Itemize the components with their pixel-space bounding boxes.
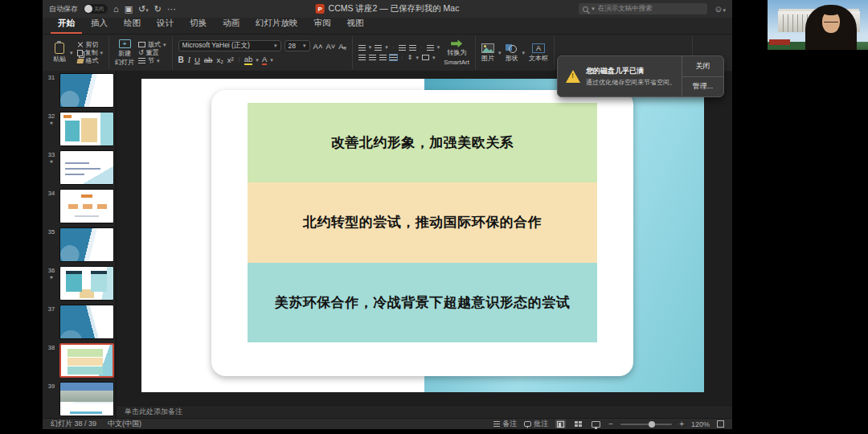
format-painter-button[interactable]: 格式 [77,58,104,64]
strikethrough-button[interactable]: ab [204,55,213,64]
copy-button[interactable]: 复制 ▾ [77,50,104,56]
font-size-select[interactable]: 28 ▾ [285,40,310,51]
ribbon-tab-1[interactable]: 插入 [84,15,115,34]
numbering-icon[interactable] [375,45,382,51]
slide-text-box-3[interactable]: 美苏环保合作，冷战背景下超越意识形态的尝试 [248,263,597,342]
slide-sorter-view-button[interactable] [573,420,583,428]
smartart-button[interactable]: 转换为 SmartArt [444,39,469,65]
slide-thumbnail-39[interactable] [59,382,114,416]
ribbon-tab-4[interactable]: 切换 [182,15,214,34]
copy-icon [77,50,83,56]
autosave-toggle[interactable]: 关闭 [84,4,108,14]
shapes-caret-icon[interactable]: ▾ [522,50,525,56]
slide-canvas: 改善北约形象，加强美欧关系北约转型的尝试，推动国际环保的合作美苏环保合作，冷战背… [141,79,704,392]
redo-icon[interactable]: ↻ [154,5,162,14]
subscript-button[interactable]: x₂ [216,55,223,64]
language-indicator[interactable]: 中文(中国) [108,419,141,429]
search-input[interactable]: ▾ 在演示文稿中搜索 [579,3,707,14]
align-right-icon[interactable] [379,55,387,60]
highlight-caret-icon[interactable]: ▾ [256,57,259,63]
slide-thumbnail-32[interactable] [59,112,114,146]
reset-button[interactable]: ↺ 重置 [138,50,166,56]
notes-placeholder: 单击此处添加备注 [125,407,182,417]
increase-indent-icon[interactable] [409,45,416,51]
autosave-label: 自动保存 [49,4,78,14]
text-direction-button[interactable]: ⇕ [407,54,413,61]
slideshow-view-button[interactable] [591,420,601,428]
clear-format-button[interactable]: A̶ₓ [338,42,346,51]
font-name-select[interactable]: Microsoft YaHei (正文) ▾ [178,40,281,51]
font-color-caret-icon[interactable]: ▾ [270,57,273,63]
bold-button[interactable]: B [178,55,184,64]
zoom-out-button[interactable]: − [608,420,613,428]
animation-star-icon: ★ [49,121,53,125]
columns-icon[interactable] [422,55,429,60]
font-color-button[interactable]: A [262,55,267,65]
superscript-button[interactable]: x² [227,55,234,64]
bullets-icon[interactable] [358,45,366,51]
home-icon[interactable]: ⌂ [113,5,119,14]
align-left-icon[interactable] [358,55,366,60]
ribbon-tab-7[interactable]: 审阅 [307,15,338,34]
slide-thumbnail-36[interactable] [59,266,114,301]
thumbnail-item-36: 36★ [46,266,115,301]
ribbon-tab-row: 开始插入绘图设计切换动画幻灯片放映审阅视图 [43,18,732,34]
slide-thumbnail-38[interactable] [59,343,114,378]
thumbnail-item-38: 38 [46,343,115,378]
status-bar: 幻灯片 38 / 39 中文(中国) 备注 批注 − + 120% [43,418,732,429]
align-center-icon[interactable] [369,55,376,60]
zoom-slider[interactable] [620,424,672,425]
notification-manage-button[interactable]: 管理... [682,76,723,97]
grow-font-button[interactable]: A˄ [313,42,323,51]
ribbon-tab-2[interactable]: 绘图 [117,15,148,34]
highlight-color-button[interactable]: ab [244,55,253,65]
zoom-in-button[interactable]: + [679,420,684,428]
notification-close-button[interactable]: 关闭 [682,56,723,76]
ribbon-tab-0[interactable]: 开始 [51,15,82,34]
new-slide-button[interactable]: + 新建 幻灯片 [115,39,134,66]
feedback-smiley-icon[interactable]: ☺▾ [714,4,726,14]
fit-to-window-icon[interactable] [717,420,724,428]
slide-thumbnail-37[interactable] [59,305,114,339]
layout-icon [138,42,145,47]
save-icon[interactable]: ▣ [125,5,133,14]
slide-thumbnail-35[interactable] [59,227,114,262]
insert-textbox-button[interactable]: A 文本框 [529,43,548,62]
underline-button[interactable]: U [194,55,200,64]
slide-text-box-1[interactable]: 改善北约形象，加强美欧关系 [248,103,597,182]
insert-shapes-button[interactable]: 形状 [505,43,518,62]
ribbon-tab-8[interactable]: 视图 [340,15,371,34]
justify-icon[interactable] [390,55,397,60]
shrink-font-button[interactable]: A˅ [326,42,335,51]
webcam-overlay[interactable] [768,0,868,50]
slide-thumbnail-33[interactable] [59,150,114,185]
undo-icon[interactable]: ↺▾ [138,5,149,14]
picture-caret-icon[interactable]: ▾ [498,50,502,56]
line-spacing-icon[interactable] [427,45,434,51]
slide-thumbnail-34[interactable] [59,189,114,223]
ribbon-toolbar: 粘贴 ▾ 剪切 复制 ▾ 格式 + [43,34,732,71]
more-icon[interactable]: ⋯ [167,5,176,14]
layout-button[interactable]: 版式 ▾ [138,42,166,48]
ribbon-tab-6[interactable]: 幻灯片放映 [248,15,305,34]
animation-star-icon: ★ [49,275,53,280]
slide-text-box-2[interactable]: 北约转型的尝试，推动国际环保的合作 [248,182,597,262]
zoom-level[interactable]: 120% [691,420,710,428]
normal-view-button[interactable] [555,420,566,428]
insert-picture-button[interactable]: 图片 [481,43,494,62]
italic-button[interactable]: I [188,56,190,64]
thumbnail-number: 32 [48,113,55,120]
ribbon-tab-3[interactable]: 设计 [149,15,181,34]
paste-button[interactable]: 粘贴 [53,43,66,63]
section-button[interactable]: 节 ▾ [138,58,166,64]
titlebar: 自动保存 关闭 ⌂ ▣ ↺▾ ↻ ⋯ P CCMS 讲座2 — 已保存到我的 M… [43,0,732,18]
ribbon-tab-5[interactable]: 动画 [215,15,247,34]
slide-thumbnail-31[interactable] [59,73,114,108]
notes-area[interactable]: 单击此处添加备注 [117,405,732,418]
notes-toggle-button[interactable]: 备注 [493,419,517,429]
comments-toggle-button[interactable]: 批注 [524,419,548,429]
paste-caret-icon[interactable]: ▾ [70,50,73,56]
cut-button[interactable]: 剪切 [77,42,104,48]
decrease-indent-icon[interactable] [399,45,406,51]
zoom-slider-knob[interactable] [649,421,655,428]
